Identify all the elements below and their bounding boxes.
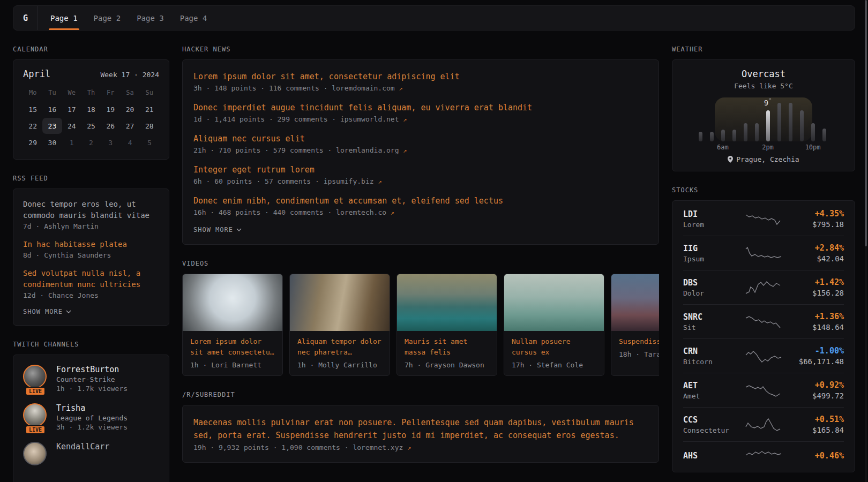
rss-show-more-button[interactable]: SHOW MORE: [23, 308, 159, 315]
stock-ticker[interactable]: AET: [683, 381, 742, 390]
avatar: [23, 365, 47, 388]
stock-ticker[interactable]: SNRC: [683, 312, 742, 322]
weather-location: Prague, Czechia: [681, 155, 846, 163]
stock-ticker[interactable]: IIG: [683, 244, 742, 253]
top-navigation-bar: G Page 1 Page 2 Page 3 Page 4: [13, 5, 855, 31]
video-thumbnail[interactable]: [611, 274, 659, 331]
twitch-channel-name[interactable]: Trisha: [56, 403, 128, 413]
hn-item: Aliquam nec cursus elit 21h · 710 points…: [193, 133, 648, 154]
stock-price: $165.84: [785, 426, 844, 434]
rss-item-meta: 12d · Chance Jones: [23, 291, 159, 299]
weather-bar: [721, 130, 725, 141]
stock-sparkline: [745, 280, 782, 295]
chevron-down-icon: [236, 228, 242, 231]
video-card[interactable]: Nullam posuere cursus ex 17h · Stefan Co…: [504, 274, 604, 376]
rss-item: Donec tempor eros leo, ut commodo mauris…: [23, 199, 159, 230]
stock-row[interactable]: CCSConsectetur +0.51%$165.84: [683, 407, 844, 441]
external-link-icon: ↗: [378, 178, 381, 185]
twitch-channel-name[interactable]: KendallCarr: [56, 442, 109, 451]
tab-page-3[interactable]: Page 3: [129, 6, 172, 30]
hn-item: Integer eget rutrum lorem 6h · 60 points…: [193, 164, 648, 185]
twitch-channels-widget: LIVE ForrestBurton Counter-Strike 1h · 1…: [13, 355, 169, 482]
twitch-channel-name[interactable]: ForrestBurton: [56, 365, 128, 374]
time-label-6am: 6am: [717, 144, 729, 151]
hn-item-domain[interactable]: ipsumworld.net: [340, 115, 399, 123]
twitch-channel-viewers: 1h · 1.7k viewers: [56, 385, 128, 393]
weather-bar: [789, 103, 792, 141]
hn-item-title[interactable]: Aliquam nec cursus elit: [193, 133, 648, 145]
hn-item-domain[interactable]: loremlandia.org: [336, 146, 399, 154]
video-card[interactable]: Aliquam tempor dolor nec pharetra… 1h · …: [289, 274, 390, 376]
reddit-post-title[interactable]: Maecenas mollis pulvinar erat non posuer…: [193, 416, 648, 442]
hn-item-title[interactable]: Donec enim nibh, condimentum et accumsan…: [193, 195, 648, 207]
video-title[interactable]: Mauris sit amet massa felis: [405, 336, 489, 358]
stock-row[interactable]: IIGIpsum +2.84%$42.04: [683, 236, 844, 270]
hn-item: Donec imperdiet augue tincidunt felis al…: [193, 102, 648, 123]
stock-sparkline: [745, 449, 782, 464]
video-card[interactable]: Lorem ipsum dolor sit amet consectetu… 1…: [182, 274, 283, 376]
video-title[interactable]: Nullam posuere cursus ex: [512, 336, 596, 358]
calendar-section-title: CALENDAR: [13, 46, 169, 53]
reddit-post-domain[interactable]: loremnet.xyz: [353, 443, 403, 451]
hn-item: Donec enim nibh, condimentum et accumsan…: [193, 195, 648, 216]
hn-item-domain[interactable]: loremdomain.com: [332, 84, 394, 92]
hn-item-title[interactable]: Lorem ipsum dolor sit amet, consectetur …: [193, 71, 648, 82]
stock-ticker[interactable]: LDI: [683, 209, 742, 219]
stock-row[interactable]: AHS +0.46%: [683, 441, 844, 471]
stock-ticker[interactable]: AHS: [683, 451, 742, 461]
video-thumbnail[interactable]: [290, 274, 390, 331]
twitch-channel-row[interactable]: KendallCarr: [23, 442, 159, 465]
stock-row[interactable]: AETAmet +0.92%$499.72: [683, 373, 844, 407]
video-card[interactable]: Suspendisse diam 18h · Tara: [611, 274, 659, 376]
stock-sparkline: [745, 246, 782, 261]
live-badge: LIVE: [25, 425, 46, 434]
calendar-day: 15: [23, 101, 42, 117]
stock-ticker[interactable]: CCS: [683, 415, 742, 425]
rss-item: Sed volutpat nulla nisl, a condimentum n…: [23, 268, 159, 299]
calendar-weekday: Su: [140, 85, 159, 101]
hn-item-title[interactable]: Donec imperdiet augue tincidunt felis al…: [193, 102, 648, 114]
stock-change: +1.36%: [785, 312, 844, 321]
tab-page-1[interactable]: Page 1: [42, 6, 86, 30]
rss-item-title[interactable]: Sed volutpat nulla nisl, a condimentum n…: [23, 268, 159, 290]
calendar-day: 17: [62, 101, 81, 117]
video-thumbnail[interactable]: [183, 274, 282, 331]
app-logo[interactable]: G: [13, 6, 38, 30]
weather-bar: [822, 129, 826, 141]
stock-row[interactable]: LDILorem +4.35%$795.18: [683, 202, 844, 236]
stock-ticker[interactable]: DBS: [683, 278, 742, 288]
hn-item-title[interactable]: Integer eget rutrum lorem: [193, 164, 648, 176]
weather-section-title: WEATHER: [672, 46, 855, 53]
rss-item-title[interactable]: In hac habitasse platea: [23, 239, 159, 250]
avatar: [23, 403, 47, 427]
calendar-week-year: Week 17 · 2024: [100, 71, 159, 79]
avatar: [23, 442, 47, 465]
stock-row[interactable]: DBSDolor +1.42%$156.28: [683, 270, 844, 304]
twitch-channel-row[interactable]: LIVE Trisha League of Legends 3h · 1.2k …: [23, 403, 159, 431]
hn-item-domain[interactable]: ipsumify.biz: [324, 177, 374, 185]
reddit-post-meta: 19h · 9,932 points · 1,090 comments · lo…: [193, 443, 648, 451]
calendar-day: 3: [101, 134, 120, 150]
calendar-day: 22: [23, 118, 42, 134]
hn-show-more-button[interactable]: SHOW MORE: [193, 226, 648, 234]
video-thumbnail[interactable]: [504, 274, 604, 331]
video-title[interactable]: Suspendisse diam: [619, 336, 659, 347]
video-card[interactable]: Mauris sit amet massa felis 7h · Grayson…: [396, 274, 497, 376]
stock-ticker[interactable]: CRN: [683, 347, 742, 356]
hn-item-domain[interactable]: loremtech.co: [336, 208, 386, 216]
video-title[interactable]: Aliquam tempor dolor nec pharetra…: [297, 336, 382, 358]
tab-page-4[interactable]: Page 4: [172, 6, 215, 30]
stock-row[interactable]: SNRCSit +1.36%$148.64: [683, 304, 844, 338]
stock-row[interactable]: CRNBitcorn -1.00%$66,171.48: [683, 338, 844, 373]
external-link-icon: ↗: [399, 85, 403, 92]
scrollbar-thumb[interactable]: [865, 0, 867, 246]
video-thumbnail[interactable]: [397, 274, 497, 331]
weather-widget: Overcast Feels like 5°C 9° 6am 2pm 10pm …: [672, 59, 855, 171]
stock-change: +0.46%: [785, 451, 844, 461]
page-scrollbar[interactable]: [865, 0, 867, 482]
tab-page-2[interactable]: Page 2: [86, 6, 129, 30]
video-title[interactable]: Lorem ipsum dolor sit amet consectetu…: [190, 336, 275, 358]
rss-item-title[interactable]: Donec tempor eros leo, ut commodo mauris…: [23, 199, 159, 221]
twitch-channel-row[interactable]: LIVE ForrestBurton Counter-Strike 1h · 1…: [23, 365, 159, 393]
weather-feels-like: Feels like 5°C: [681, 82, 846, 90]
